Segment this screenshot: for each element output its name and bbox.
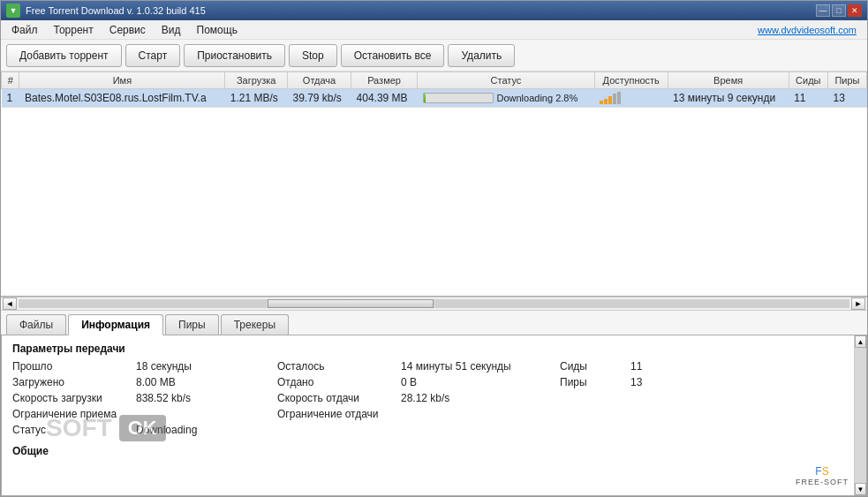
table-header-row: # Имя Загрузка Отдача Размер Статус Дост… [2,72,867,89]
cell-seeds: 11 [789,89,827,108]
signal-bar-3 [608,96,612,104]
cell-peers: 13 [827,89,866,108]
cell-num: 1 [2,89,19,108]
website-link[interactable]: www.dvdvideosoft.com [758,25,857,35]
cell-name: Bates.Motel.S03E08.rus.LostFilm.TV.a [19,89,225,108]
stop-all-button[interactable]: Остановить все [341,44,445,67]
tab-info[interactable]: Информация [68,314,163,335]
window-controls: — □ ✕ [816,4,862,17]
value-remaining: 14 минуты 51 секунды [401,360,560,373]
value-send-limit [401,408,560,420]
label-ul-speed: Скорость отдачи [277,392,401,404]
label-downloaded: Загружено [12,376,136,388]
bottom-panel: Файлы Информация Пиры Трекеры Параметры … [1,311,867,496]
label-seeds: Сиды [560,360,630,373]
tab-bar: Файлы Информация Пиры Трекеры [1,311,867,335]
value-uploaded: 0 В [401,376,560,388]
maximize-button[interactable]: □ [832,4,846,17]
scrollbar-track[interactable] [855,348,866,483]
delete-button[interactable]: Удалить [448,44,515,67]
label-dl-speed: Скорость загрузки [12,392,136,404]
value-peers: 13 [630,376,683,388]
menu-items: Файл Торрент Сервис Вид Помощь [4,22,245,38]
torrent-table: # Имя Загрузка Отдача Размер Статус Дост… [1,72,867,108]
label-peers: Пиры [560,376,630,388]
col-download: Загрузка [225,72,288,89]
menu-view[interactable]: Вид [155,22,188,38]
table-row[interactable]: 1 Bates.Motel.S03E08.rus.LostFilm.TV.a 1… [2,89,867,108]
label-empty-r3 [560,392,630,404]
window-title: Free Torrent Download v. 1.0.32 build 41… [26,5,206,16]
col-status: Статус [418,72,595,89]
col-avail: Доступность [594,72,668,89]
horizontal-scrollbar[interactable]: ◄ ► [1,297,867,311]
start-button[interactable]: Старт [125,44,181,67]
scroll-thumb[interactable] [268,299,434,308]
signal-bar-4 [613,94,616,104]
minimize-button[interactable]: — [816,4,830,17]
col-upload: Отдача [287,72,351,89]
value-empty-r4 [630,408,683,420]
signal-bar-1 [600,101,603,104]
signal-bar-2 [604,99,608,104]
app-icon: ▼ [6,4,20,18]
stop-button[interactable]: Stop [289,44,337,67]
logo-fs: FS [815,465,828,478]
value-empty-r5a [401,424,560,436]
cell-time: 13 минуты 9 секунди [668,89,789,108]
toolbar: Добавить торрент Старт Приостановить Sto… [1,40,867,72]
scrollbar-down-button[interactable]: ▼ [855,483,866,495]
label-send-limit: Ограничение отдачи [277,408,401,420]
col-peers: Пиры [827,72,866,89]
label-empty-r5b [560,424,630,436]
pause-button[interactable]: Приостановить [184,44,285,67]
label-elapsed: Прошло [12,360,136,373]
watermark-ok: OK [119,415,166,441]
tab-trackers[interactable]: Трекеры [221,314,289,335]
title-bar-left: ▼ Free Torrent Download v. 1.0.32 build … [6,4,206,18]
add-torrent-button[interactable]: Добавить торрент [6,44,122,67]
tab-peers[interactable]: Пиры [165,314,219,335]
col-num: # [2,72,19,89]
panel-scrollbar[interactable]: ▲ ▼ [854,335,866,495]
value-seeds: 11 [630,360,683,373]
general-section: Общие [12,445,856,457]
general-title: Общие [12,445,49,457]
scrollbar-up-button[interactable]: ▲ [855,335,866,348]
watermark-soft: SOFT [46,414,112,442]
signal-bars [600,92,662,104]
label-empty-r5 [277,424,401,436]
menu-file[interactable]: Файл [4,22,45,38]
value-ul-speed: 28.12 kb/s [401,392,560,404]
logo-text: FREE-SOFT [796,478,849,486]
progress-text: Downloading 2.8% [497,93,578,103]
label-empty-r4 [560,408,630,420]
progress-fill [424,94,426,102]
info-panel: Параметры передачи Прошло 18 секунды Ост… [1,335,867,496]
title-bar: ▼ Free Torrent Download v. 1.0.32 build … [1,1,867,20]
col-seeds: Сиды [789,72,827,89]
watermark: SOFT OK [46,414,166,442]
menu-torrent[interactable]: Торрент [47,22,101,38]
menu-service[interactable]: Сервис [102,22,153,38]
col-name: Имя [19,72,225,89]
tab-files[interactable]: Файлы [6,314,66,335]
menu-help[interactable]: Помощь [190,22,245,38]
label-remaining: Осталось [277,360,401,373]
value-downloaded: 8.00 MB [136,376,277,388]
col-time: Время [668,72,789,89]
scroll-track[interactable] [19,299,849,308]
scroll-right-button[interactable]: ► [851,297,865,310]
value-empty-r3 [630,392,683,404]
progress-bar [423,93,494,103]
label-uploaded: Отдано [277,376,401,388]
col-size: Размер [351,72,418,89]
close-button[interactable]: ✕ [848,4,862,17]
logo-overlay: FS FREE-SOFT [796,465,849,486]
scroll-left-button[interactable]: ◄ [3,297,17,310]
cell-download: 1.21 MB/s [225,89,288,108]
value-empty-r5c [630,424,683,436]
info-section-title: Параметры передачи [12,343,856,355]
cell-status: Downloading 2.8% [418,89,595,108]
logo-f: F [815,465,821,478]
